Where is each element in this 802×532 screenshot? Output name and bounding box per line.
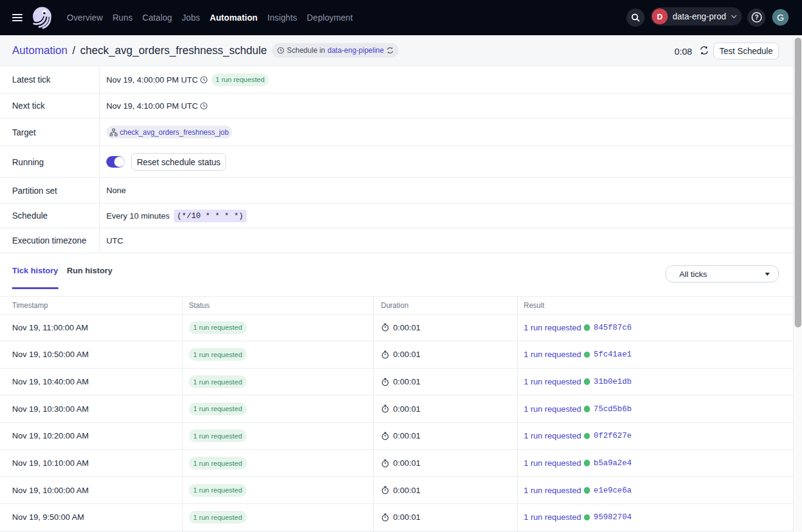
svg-text:?: ? [755, 13, 758, 21]
